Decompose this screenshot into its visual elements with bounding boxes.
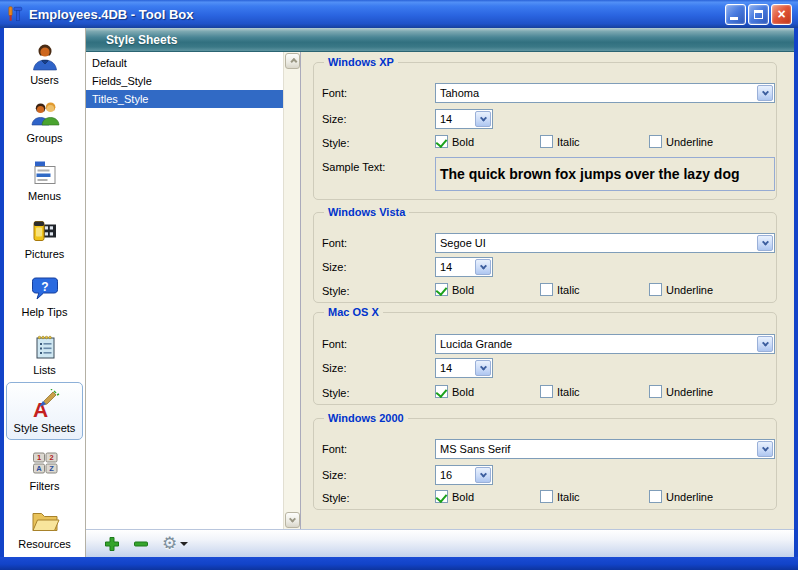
italic-checkbox[interactable]: Italic (540, 283, 580, 296)
checkbox-box (649, 490, 662, 503)
chevron-down-icon (761, 339, 768, 346)
checkbox-label: Underline (666, 136, 713, 148)
checkbox-box (435, 135, 448, 148)
users-icon (29, 41, 61, 73)
window-content: Users Groups (4, 28, 794, 557)
font-combobox[interactable]: Segoe UI (435, 233, 775, 253)
list-item-default[interactable]: Default (86, 54, 283, 72)
resources-icon (29, 505, 61, 537)
checkbox-box (540, 385, 553, 398)
svg-text:?: ? (41, 279, 48, 293)
checkbox-box (540, 283, 553, 296)
font-combobox[interactable]: Lucida Grande (435, 334, 775, 354)
font-label: Font: (322, 237, 347, 249)
italic-checkbox[interactable]: Italic (540, 135, 580, 148)
font-combobox[interactable]: Tahoma (435, 83, 775, 103)
toolbox-icon[interactable] (6, 5, 24, 23)
chevron-down-icon (761, 238, 768, 245)
chevron-down-icon (479, 114, 486, 121)
chevron-down-icon (761, 88, 768, 95)
sidebar-item-label: Help Tips (22, 306, 68, 318)
size-combobox[interactable]: 14 (435, 257, 493, 277)
sample-text-box: The quick brown fox jumps over the lazy … (435, 157, 775, 191)
sidebar-item-users[interactable]: Users (6, 34, 83, 92)
svg-text:2: 2 (49, 453, 53, 462)
underline-checkbox[interactable]: Underline (649, 385, 713, 398)
minimize-icon (730, 17, 738, 20)
sidebar-item-groups[interactable]: Groups (6, 92, 83, 150)
size-label: Size: (322, 469, 346, 481)
style-label: Style: (322, 492, 350, 504)
sidebar-item-label: Resources (18, 538, 71, 550)
window-border-right (794, 28, 798, 570)
pane-title: Style Sheets (106, 33, 177, 47)
font-label: Font: (322, 87, 347, 99)
underline-checkbox[interactable]: Underline (649, 490, 713, 503)
size-label: Size: (322, 362, 346, 374)
list-item-fields-style[interactable]: Fields_Style (86, 72, 283, 90)
sidebar: Users Groups (4, 28, 86, 557)
sidebar-item-style-sheets[interactable]: A Style Sheets (6, 382, 83, 440)
list-toolbar: ⚙ (86, 529, 794, 557)
section-title: Windows XP (324, 56, 398, 68)
minimize-button[interactable] (725, 4, 746, 25)
checkbox-label: Italic (557, 386, 580, 398)
plus-icon (104, 536, 120, 552)
add-button[interactable] (104, 536, 120, 552)
underline-checkbox[interactable]: Underline (649, 135, 713, 148)
italic-checkbox[interactable]: Italic (540, 385, 580, 398)
sidebar-item-label: Pictures (25, 248, 65, 260)
combo-arrow-button (757, 441, 773, 457)
remove-button[interactable] (133, 536, 149, 552)
checkbox-box (435, 283, 448, 296)
section-mac-os-x: Mac OS X Font: Lucida Grande Size: 14 (313, 312, 777, 405)
sidebar-item-menus[interactable]: Menus (6, 150, 83, 208)
sidebar-item-resources[interactable]: Resources (6, 498, 83, 556)
style-label: Style: (322, 387, 350, 399)
size-combobox[interactable]: 16 (435, 465, 493, 485)
sidebar-item-help-tips[interactable]: ? Help Tips (6, 266, 83, 324)
size-label: Size: (322, 261, 346, 273)
groups-icon (29, 99, 61, 131)
sidebar-item-filters[interactable]: 1 2 A Z Filters (6, 440, 83, 498)
checkbox-box (649, 385, 662, 398)
italic-checkbox[interactable]: Italic (540, 490, 580, 503)
font-combobox[interactable]: MS Sans Serif (435, 439, 775, 459)
checkbox-label: Underline (666, 284, 713, 296)
size-value: 14 (440, 261, 452, 273)
options-button[interactable]: ⚙ (162, 535, 188, 552)
sidebar-item-pictures[interactable]: Pictures (6, 208, 83, 266)
checkbox-box (649, 283, 662, 296)
close-button[interactable]: × (771, 4, 792, 25)
bold-checkbox[interactable]: Bold (435, 385, 474, 398)
chevron-down-icon (289, 515, 296, 522)
maximize-button[interactable] (748, 4, 769, 25)
size-combobox[interactable]: 14 (435, 109, 493, 129)
pictures-icon (29, 215, 61, 247)
size-value: 14 (440, 113, 452, 125)
sidebar-item-lists[interactable]: Lists (6, 324, 83, 382)
list-item-titles-style[interactable]: Titles_Style (86, 90, 283, 108)
checkbox-label: Bold (452, 491, 474, 503)
window-border-left (0, 28, 4, 570)
checkbox-box (540, 135, 553, 148)
scroll-up-button[interactable] (285, 53, 300, 69)
size-value: 16 (440, 469, 452, 481)
window-border-bottom (0, 557, 798, 570)
size-combobox[interactable]: 14 (435, 358, 493, 378)
sidebar-item-label: Groups (26, 132, 62, 144)
underline-checkbox[interactable]: Underline (649, 283, 713, 296)
sample-text-label: Sample Text: (322, 161, 385, 173)
list-scrollbar[interactable] (283, 52, 300, 529)
checkbox-label: Bold (452, 284, 474, 296)
menus-icon (29, 157, 61, 189)
scroll-down-button[interactable] (285, 512, 300, 528)
style-sheets-icon: A (29, 389, 61, 421)
checkbox-label: Bold (452, 386, 474, 398)
combo-arrow-button (475, 467, 491, 483)
minus-icon (133, 536, 149, 552)
bold-checkbox[interactable]: Bold (435, 283, 474, 296)
bold-checkbox[interactable]: Bold (435, 490, 474, 503)
bold-checkbox[interactable]: Bold (435, 135, 474, 148)
titlebar: Employees.4DB - Tool Box × (0, 0, 798, 28)
